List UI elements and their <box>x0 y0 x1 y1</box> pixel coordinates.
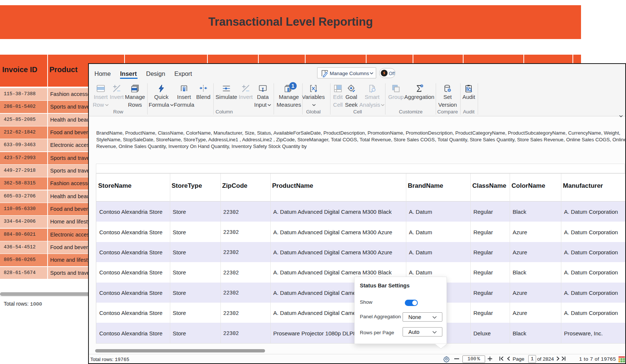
svg-text:1: 1 <box>291 83 294 89</box>
